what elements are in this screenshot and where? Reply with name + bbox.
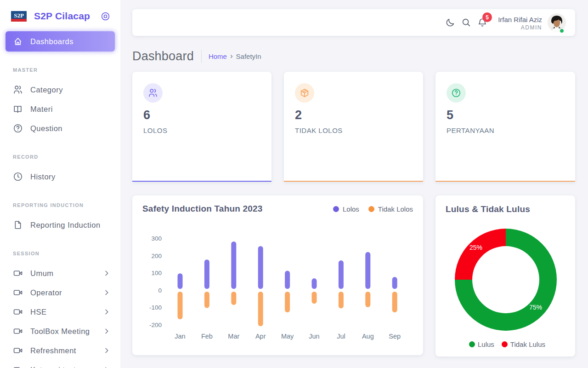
- svg-text:Jan: Jan: [175, 333, 185, 340]
- svg-text:Aug: Aug: [362, 333, 374, 340]
- svg-text:0: 0: [158, 287, 162, 294]
- svg-text:Mar: Mar: [228, 333, 239, 340]
- svg-text:S2P: S2P: [14, 12, 24, 18]
- svg-text:25%: 25%: [469, 244, 482, 251]
- svg-text:Apr: Apr: [255, 333, 266, 340]
- svg-text:May: May: [281, 333, 294, 340]
- svg-text:Feb: Feb: [201, 333, 213, 340]
- svg-text:Sep: Sep: [389, 333, 401, 340]
- svg-text:300: 300: [151, 235, 162, 242]
- svg-text:-200: -200: [149, 322, 162, 328]
- svg-text:100: 100: [151, 270, 162, 276]
- svg-text:-100: -100: [149, 304, 162, 311]
- svg-text:Jun: Jun: [309, 333, 319, 340]
- svg-text:75%: 75%: [529, 304, 542, 311]
- svg-text:Jul: Jul: [337, 333, 345, 340]
- svg-text:200: 200: [151, 253, 162, 259]
